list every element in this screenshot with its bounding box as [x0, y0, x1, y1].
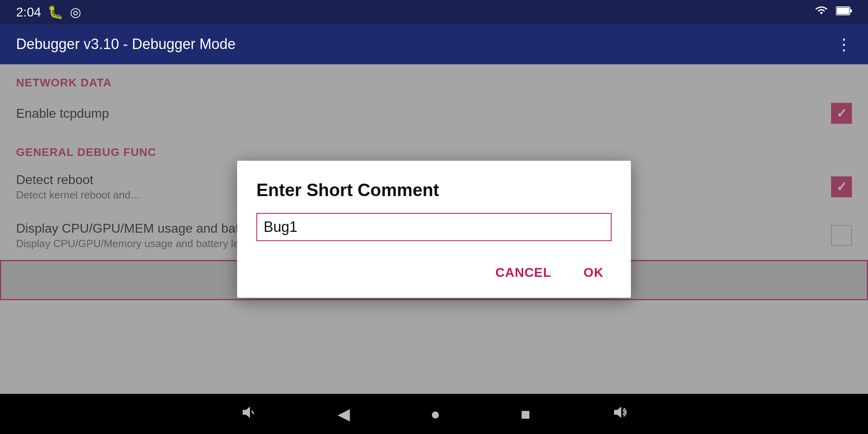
- target-icon: ◎: [70, 4, 81, 20]
- bug-icon: 🐛: [47, 4, 63, 20]
- svg-line-4: [252, 411, 254, 414]
- dialog-title: Enter Short Comment: [256, 180, 612, 200]
- back-icon[interactable]: ◀: [338, 405, 350, 423]
- time-display: 2:04: [16, 5, 41, 20]
- recent-apps-icon[interactable]: ■: [521, 405, 530, 423]
- app-bar: Debugger v3.10 - Debugger Mode ⋮: [0, 24, 868, 64]
- battery-icon: [836, 6, 852, 18]
- cancel-button[interactable]: CANCEL: [487, 260, 559, 285]
- app-title: Debugger v3.10 - Debugger Mode: [16, 36, 235, 53]
- ok-button[interactable]: OK: [575, 260, 612, 285]
- status-left: 2:04 🐛 ◎: [16, 4, 81, 20]
- svg-rect-1: [850, 9, 852, 12]
- svg-marker-3: [243, 407, 250, 418]
- comment-input[interactable]: [264, 219, 604, 235]
- volume-down-icon[interactable]: [240, 403, 257, 425]
- dialog-input-container[interactable]: [256, 213, 612, 241]
- more-options-icon[interactable]: ⋮: [836, 35, 852, 53]
- wifi-icon: [813, 5, 829, 20]
- dialog-overlay: Enter Short Comment CANCEL OK: [0, 64, 868, 394]
- volume-up-icon[interactable]: [611, 403, 628, 425]
- status-right: [813, 5, 852, 20]
- svg-marker-5: [614, 407, 621, 418]
- nav-bar: ◀ ● ■: [0, 394, 868, 434]
- status-bar: 2:04 🐛 ◎: [0, 0, 868, 24]
- dialog: Enter Short Comment CANCEL OK: [237, 161, 631, 298]
- svg-rect-2: [837, 8, 849, 14]
- main-content: NETWORK DATA Enable tcpdump GENERAL DEBU…: [0, 64, 868, 394]
- dialog-buttons: CANCEL OK: [256, 260, 612, 285]
- home-icon[interactable]: ●: [430, 405, 440, 423]
